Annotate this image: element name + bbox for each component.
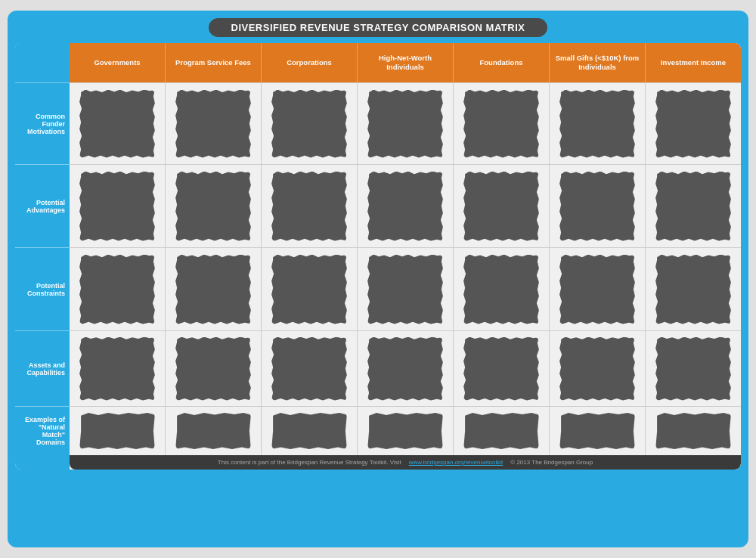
content-block: [367, 90, 443, 158]
data-row-examples: [70, 406, 741, 455]
cell-gov-assets: [70, 331, 166, 406]
row-label-examples: Examples of "Natural Match" Domains: [15, 406, 70, 455]
cell-corp-common: [262, 83, 358, 164]
content-block: [559, 90, 635, 158]
cell-hnw-advantages: [358, 165, 454, 247]
cell-found-assets: [454, 331, 550, 406]
content-block: [463, 90, 539, 158]
cell-gov-examples: [70, 407, 166, 455]
data-row-assets-capabilities: [70, 330, 741, 406]
row-label-potential-constraints: Potential Constraints: [15, 247, 70, 330]
content-block: [79, 413, 155, 449]
cell-hnw-assets: [358, 331, 454, 406]
cell-found-examples: [454, 407, 550, 455]
content-block: [463, 255, 539, 324]
content-block: [271, 413, 347, 449]
content-block: [175, 172, 251, 241]
cell-inv-advantages: [646, 165, 741, 247]
data-row-common-funder: [70, 82, 741, 164]
content-block: [655, 90, 731, 158]
cell-psf-advantages: [166, 165, 262, 247]
content-block: [175, 413, 251, 449]
row-label-common-funder: Common Funder Motivations: [15, 82, 70, 164]
cell-psf-constraints: [166, 248, 262, 330]
content-block: [175, 90, 251, 158]
content-block: [175, 255, 251, 324]
content-block: [175, 337, 251, 401]
data-row-potential-advantages: [70, 164, 741, 247]
cell-psf-common: [166, 83, 262, 164]
data-row-potential-constraints: [70, 247, 741, 330]
cell-corp-constraints: [262, 248, 358, 330]
cell-psf-assets: [166, 331, 262, 406]
cell-sg-examples: [550, 407, 646, 455]
header-program-service-fees: Program Service Fees: [166, 43, 262, 82]
cell-inv-examples: [646, 407, 741, 455]
cell-gov-advantages: [70, 165, 166, 247]
main-grid: Governments Program Service Fees Corpora…: [70, 43, 741, 470]
content-block: [655, 172, 731, 241]
content-block: [79, 172, 155, 241]
content-block: [271, 337, 347, 401]
cell-hnw-common: [358, 83, 454, 164]
cell-sg-advantages: [550, 165, 646, 247]
header-investment-income: Investment Income: [646, 43, 741, 82]
table-wrapper: Common Funder Motivations Potential Adva…: [15, 43, 741, 470]
cell-sg-constraints: [550, 248, 646, 330]
content-block: [559, 413, 635, 449]
content-block: [271, 172, 347, 241]
content-block: [559, 172, 635, 241]
content-block: [79, 255, 155, 324]
header-corporations: Corporations: [262, 43, 358, 82]
main-title: DIVERSIFIED REVENUE STRATEGY COMPARISON …: [209, 18, 548, 37]
content-block: [559, 255, 635, 324]
cell-sg-common: [550, 83, 646, 164]
content-block: [367, 172, 443, 241]
content-block: [463, 413, 539, 449]
cell-psf-examples: [166, 407, 262, 455]
content-block: [79, 337, 155, 401]
header-row: Governments Program Service Fees Corpora…: [70, 43, 741, 82]
cell-gov-constraints: [70, 248, 166, 330]
cell-corp-advantages: [262, 165, 358, 247]
content-block: [655, 337, 731, 401]
content-block: [559, 337, 635, 401]
inner-container: Common Funder Motivations Potential Adva…: [15, 43, 741, 470]
cell-inv-common: [646, 83, 741, 164]
row-label-header: [15, 43, 70, 82]
cell-inv-constraints: [646, 248, 741, 330]
header-small-gifts: Small Gifts (<$10K) from Individuals: [550, 43, 646, 82]
cell-corp-assets: [262, 331, 358, 406]
content-block: [367, 337, 443, 401]
header-foundations: Foundations: [454, 43, 550, 82]
cell-corp-examples: [262, 407, 358, 455]
content-block: [655, 255, 731, 324]
table-footer: This content is part of the Bridgespan R…: [70, 455, 741, 470]
cell-hnw-constraints: [358, 248, 454, 330]
content-block: [271, 255, 347, 324]
cell-gov-common: [70, 83, 166, 164]
content-block: [271, 90, 347, 158]
header-high-net-worth: High-Net-Worth Individuals: [358, 43, 454, 82]
row-label-assets-capabilities: Assets and Capabilities: [15, 330, 70, 406]
footer-link[interactable]: www.bridgespan.org/revenuetoolkit: [409, 459, 503, 466]
cell-hnw-examples: [358, 407, 454, 455]
title-bar: DIVERSIFIED REVENUE STRATEGY COMPARISON …: [15, 18, 741, 37]
content-block: [367, 255, 443, 324]
footer-text: This content is part of the Bridgespan R…: [218, 459, 401, 466]
cell-found-common: [454, 83, 550, 164]
header-governments: Governments: [70, 43, 166, 82]
content-block: [463, 337, 539, 401]
outer-container: DIVERSIFIED REVENUE STRATEGY COMPARISON …: [8, 11, 748, 547]
content-block: [367, 413, 443, 449]
cell-found-advantages: [454, 165, 550, 247]
cell-sg-assets: [550, 331, 646, 406]
content-block: [463, 172, 539, 241]
content-block: [79, 90, 155, 158]
row-labels: Common Funder Motivations Potential Adva…: [15, 43, 70, 470]
footer-copyright: © 2013 The Bridgespan Group: [510, 459, 593, 466]
content-block: [655, 413, 731, 449]
cell-found-constraints: [454, 248, 550, 330]
cell-inv-assets: [646, 331, 741, 406]
row-label-potential-advantages: Potential Advantages: [15, 164, 70, 247]
